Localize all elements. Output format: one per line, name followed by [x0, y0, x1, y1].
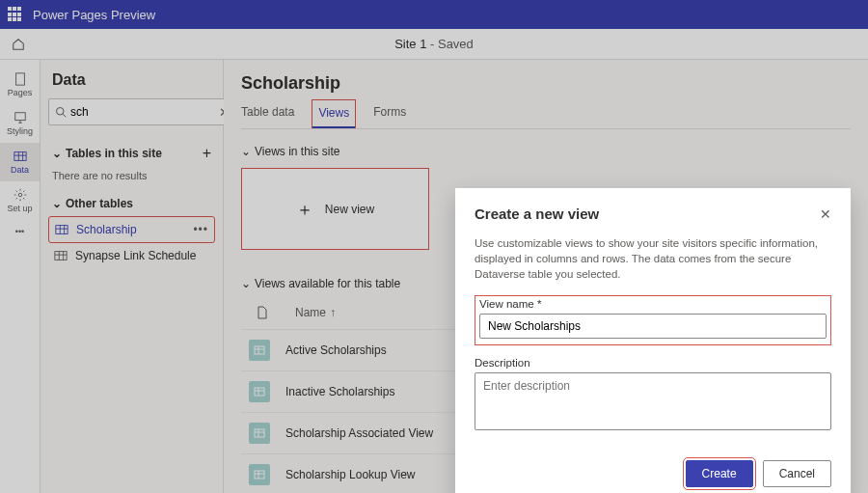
- create-view-modal: Create a new view ✕ Use customizable vie…: [455, 188, 851, 493]
- close-icon[interactable]: ✕: [820, 206, 831, 222]
- modal-description: Use customizable views to show your site…: [475, 235, 831, 282]
- description-label: Description: [475, 357, 831, 369]
- create-button[interactable]: Create: [686, 460, 753, 487]
- cancel-button[interactable]: Cancel: [763, 460, 831, 487]
- modal-title: Create a new view: [475, 205, 599, 222]
- view-name-field-group: View name *: [475, 295, 831, 345]
- description-input[interactable]: [475, 372, 831, 430]
- view-name-label: View name *: [479, 298, 827, 310]
- view-name-input[interactable]: [479, 314, 827, 339]
